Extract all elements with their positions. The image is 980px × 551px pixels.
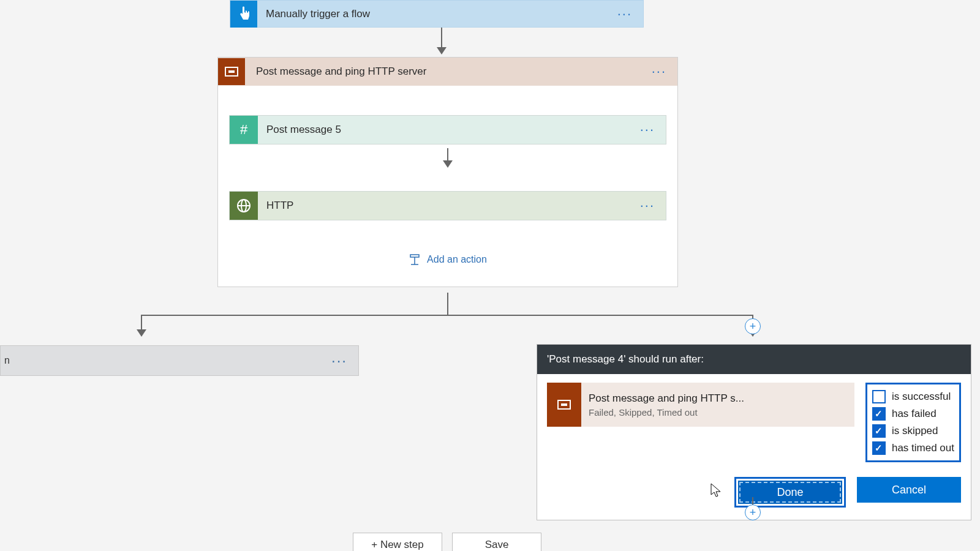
action-label: Post message 5 — [266, 124, 640, 136]
trigger-label: Manually trigger a flow — [266, 8, 617, 20]
scope-icon — [547, 383, 581, 427]
trigger-card[interactable]: Manually trigger a flow ··· — [230, 0, 644, 28]
arrowhead-icon — [137, 329, 146, 337]
scope-header[interactable]: Post message and ping HTTP server ··· — [218, 58, 677, 86]
action-card-http[interactable]: HTTP ··· — [229, 191, 666, 220]
scope-menu-icon[interactable]: ··· — [652, 64, 666, 80]
done-button-highlight: Done — [734, 477, 846, 508]
condition-label: is skipped — [892, 425, 938, 437]
hash-icon: # — [230, 116, 258, 144]
add-action-button[interactable]: Add an action — [229, 253, 666, 266]
add-branch-button[interactable]: + — [745, 318, 761, 334]
trigger-menu-icon[interactable]: ··· — [617, 6, 632, 22]
connector-arrow — [229, 148, 666, 168]
scope-icon — [218, 58, 245, 85]
action-card-left-branch[interactable]: n ··· — [0, 345, 359, 376]
add-step-button[interactable]: + — [745, 504, 761, 520]
previous-action-title: Post message and ping HTTP s... — [589, 392, 744, 405]
globe-icon — [230, 192, 258, 220]
cancel-button[interactable]: Cancel — [857, 477, 961, 503]
done-button[interactable]: Done — [738, 481, 842, 504]
condition-label: has timed out — [892, 442, 954, 454]
action-label: HTTP — [266, 200, 640, 212]
run-after-panel: 'Post message 4' should run after: Post … — [537, 344, 971, 520]
condition-checkbox-group: is successful ✓ has failed ✓ is skipped … — [865, 383, 961, 462]
add-action-icon — [409, 253, 421, 266]
panel-title: 'Post message 4' should run after: — [537, 345, 971, 374]
connector-line — [141, 315, 753, 316]
connector-arrow — [437, 28, 447, 54]
tap-icon — [230, 1, 257, 28]
save-button[interactable]: Save — [452, 533, 541, 551]
condition-row: ✓ has failed — [872, 405, 954, 422]
condition-row: ✓ has timed out — [872, 440, 954, 457]
connector-line — [447, 293, 448, 315]
condition-label: is successful — [892, 391, 951, 403]
checkbox-timed-out[interactable]: ✓ — [872, 441, 886, 455]
action-menu-icon[interactable]: ··· — [640, 198, 655, 214]
scope-title: Post message and ping HTTP server — [256, 66, 652, 78]
new-step-button[interactable]: + New step — [353, 533, 442, 551]
footer-buttons: + New step Save — [353, 533, 541, 551]
action-menu-icon[interactable]: ··· — [331, 352, 347, 369]
svg-rect-3 — [410, 255, 419, 257]
add-action-label: Add an action — [427, 254, 487, 265]
condition-label: has failed — [892, 408, 937, 420]
condition-row: is successful — [872, 388, 954, 405]
checkbox-skipped[interactable]: ✓ — [872, 424, 886, 438]
condition-row: ✓ is skipped — [872, 422, 954, 440]
action-label-tail: n — [4, 355, 331, 366]
action-menu-icon[interactable]: ··· — [640, 122, 655, 138]
previous-action-chip[interactable]: Post message and ping HTTP s... Failed, … — [547, 383, 854, 427]
checkbox-failed[interactable]: ✓ — [872, 407, 886, 421]
connector-line — [141, 315, 142, 329]
checkbox-successful[interactable] — [872, 390, 886, 403]
action-card-post-message[interactable]: # Post message 5 ··· — [229, 115, 666, 144]
scope-card: Post message and ping HTTP server ··· # … — [217, 57, 678, 287]
previous-action-status: Failed, Skipped, Timed out — [589, 407, 744, 418]
